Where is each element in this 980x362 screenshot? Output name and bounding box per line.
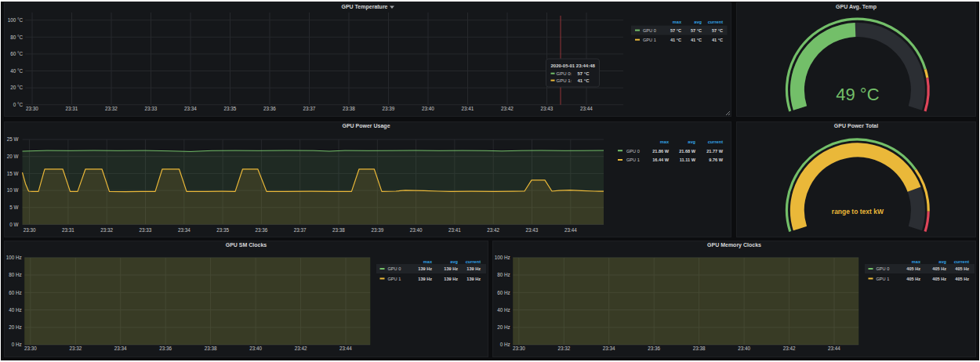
svg-text:23:30: 23:30 <box>24 346 37 351</box>
svg-text:23:39: 23:39 <box>371 227 383 233</box>
svg-text:405 Hz: 405 Hz <box>955 277 969 281</box>
svg-text:23:31: 23:31 <box>62 227 74 233</box>
svg-text:max: max <box>912 259 921 264</box>
svg-text:GPU 0: GPU 0 <box>626 149 640 154</box>
svg-text:20 W: 20 W <box>7 154 19 159</box>
svg-text:avg: avg <box>688 139 695 144</box>
svg-text:GPU Power Total: GPU Power Total <box>834 123 878 129</box>
svg-text:GPU 0: GPU 0 <box>643 28 656 33</box>
svg-text:23:30: 23:30 <box>26 106 38 111</box>
svg-text:405 Hz: 405 Hz <box>955 266 969 271</box>
svg-text:GPU 1: GPU 1 <box>388 277 401 281</box>
svg-text:max: max <box>423 259 433 264</box>
svg-text:23:32: 23:32 <box>557 346 570 351</box>
svg-text:23:36: 23:36 <box>263 106 276 111</box>
svg-text:80 Hz: 80 Hz <box>9 272 21 277</box>
svg-text:20 Hz: 20 Hz <box>9 324 21 330</box>
svg-text:60 Hz: 60 Hz <box>497 290 510 295</box>
svg-text:405 Hz: 405 Hz <box>906 266 920 271</box>
svg-text:0 Hz: 0 Hz <box>12 342 22 347</box>
svg-text:20 °C: 20 °C <box>10 85 23 90</box>
svg-text:23:34: 23:34 <box>178 227 191 233</box>
svg-text:0 Hz: 0 Hz <box>500 342 510 347</box>
svg-text:57 °C: 57 °C <box>578 71 590 76</box>
svg-text:23:31: 23:31 <box>66 106 78 111</box>
svg-text:current: current <box>708 20 723 24</box>
svg-text:57 °C: 57 °C <box>691 28 702 33</box>
svg-text:23:43: 23:43 <box>526 227 539 233</box>
svg-text:100 °C: 100 °C <box>8 17 24 23</box>
svg-text:139 Hz: 139 Hz <box>466 277 481 281</box>
svg-text:23:35: 23:35 <box>216 227 229 233</box>
svg-text:23:40: 23:40 <box>249 346 262 351</box>
svg-text:23:38: 23:38 <box>693 346 706 351</box>
svg-text:11.11 W: 11.11 W <box>680 157 696 162</box>
svg-text:avg: avg <box>450 259 458 264</box>
svg-text:max: max <box>660 139 670 144</box>
svg-text:23:34: 23:34 <box>184 106 197 111</box>
svg-text:5 W: 5 W <box>9 205 18 210</box>
svg-text:60 Hz: 60 Hz <box>9 290 21 295</box>
svg-text:GPU Avg. Temp: GPU Avg. Temp <box>836 4 877 10</box>
svg-text:GPU 1: GPU 1 <box>643 38 656 42</box>
svg-text:21.86 W: 21.86 W <box>652 149 670 154</box>
svg-text:80 °C: 80 °C <box>10 34 23 40</box>
svg-text:23:44: 23:44 <box>828 346 840 351</box>
svg-text:40 Hz: 40 Hz <box>497 307 510 313</box>
svg-text:405 Hz: 405 Hz <box>932 266 946 271</box>
svg-text:23:38: 23:38 <box>343 106 355 111</box>
svg-text:current: current <box>466 259 481 264</box>
svg-text:23:32: 23:32 <box>105 106 118 111</box>
svg-text:23:32: 23:32 <box>69 346 82 351</box>
svg-text:16.44 W: 16.44 W <box>652 157 670 162</box>
svg-text:41 °C: 41 °C <box>578 78 590 83</box>
svg-text:139 Hz: 139 Hz <box>444 277 458 281</box>
svg-text:GPU 0:: GPU 0: <box>557 71 572 76</box>
svg-text:405 Hz: 405 Hz <box>932 277 946 281</box>
svg-text:405 Hz: 405 Hz <box>906 277 920 281</box>
svg-text:100 Hz: 100 Hz <box>495 255 510 260</box>
svg-text:23:38: 23:38 <box>205 346 217 351</box>
svg-text:23:37: 23:37 <box>303 106 316 111</box>
svg-text:23:39: 23:39 <box>383 106 395 111</box>
svg-text:max: max <box>673 20 682 24</box>
svg-text:23:40: 23:40 <box>410 227 423 233</box>
svg-text:23:42: 23:42 <box>501 106 514 111</box>
svg-text:49 °C: 49 °C <box>836 85 879 104</box>
svg-text:23:36: 23:36 <box>256 227 268 233</box>
svg-text:23:34: 23:34 <box>114 346 127 351</box>
svg-text:25 W: 25 W <box>7 136 19 142</box>
svg-text:GPU Power Usage: GPU Power Usage <box>342 123 390 129</box>
svg-text:23:41: 23:41 <box>448 227 461 233</box>
svg-text:21.68 W: 21.68 W <box>679 149 696 154</box>
svg-text:57 °C: 57 °C <box>712 28 723 33</box>
svg-text:23:38: 23:38 <box>332 227 345 233</box>
svg-text:15 W: 15 W <box>7 171 19 176</box>
svg-text:23:42: 23:42 <box>295 346 307 351</box>
svg-text:23:40: 23:40 <box>738 346 750 351</box>
svg-text:23:44: 23:44 <box>580 106 593 111</box>
svg-text:139 Hz: 139 Hz <box>444 266 458 271</box>
svg-text:23:30: 23:30 <box>513 346 525 351</box>
svg-text:41 °C: 41 °C <box>670 38 681 42</box>
svg-text:23:37: 23:37 <box>294 227 307 233</box>
svg-text:avg: avg <box>938 259 946 264</box>
svg-text:23:41: 23:41 <box>462 106 474 111</box>
svg-text:23:33: 23:33 <box>140 227 152 233</box>
svg-text:23:33: 23:33 <box>145 106 158 111</box>
svg-text:GPU 1: GPU 1 <box>626 157 640 162</box>
svg-text:GPU 1:: GPU 1: <box>557 78 572 83</box>
svg-text:23:30: 23:30 <box>24 227 36 233</box>
svg-text:57 °C: 57 °C <box>670 28 681 33</box>
svg-text:9.76 W: 9.76 W <box>709 157 723 162</box>
svg-text:41 °C: 41 °C <box>691 38 702 42</box>
svg-text:139 Hz: 139 Hz <box>418 277 432 281</box>
svg-text:2020-05-01 23:44:48: 2020-05-01 23:44:48 <box>551 63 596 68</box>
svg-text:23:36: 23:36 <box>159 346 172 351</box>
svg-text:40 Hz: 40 Hz <box>9 307 21 313</box>
svg-text:avg: avg <box>694 20 702 24</box>
svg-text:20 Hz: 20 Hz <box>497 324 510 330</box>
svg-text:23:36: 23:36 <box>648 346 660 351</box>
svg-text:23:44: 23:44 <box>564 227 577 233</box>
svg-text:GPU Memory Clocks: GPU Memory Clocks <box>707 242 761 248</box>
